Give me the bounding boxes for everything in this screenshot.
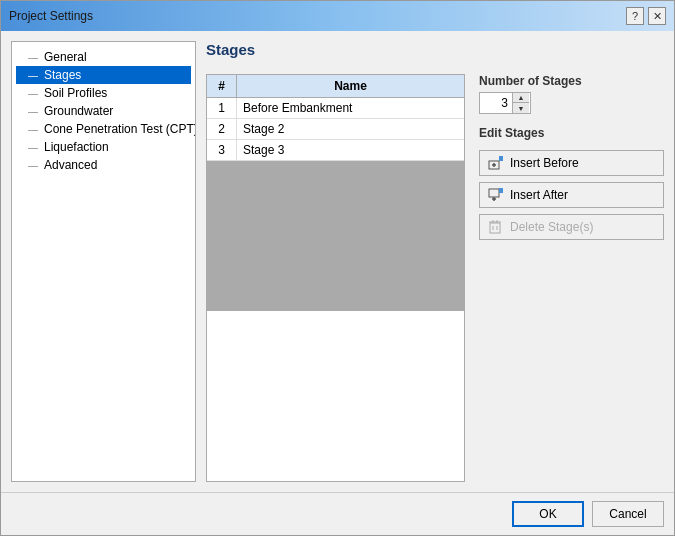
spin-down-button[interactable]: ▼: [513, 103, 529, 113]
col-header-number: #: [207, 75, 237, 97]
insert-before-label: Insert Before: [510, 156, 579, 170]
svg-rect-8: [490, 223, 500, 233]
panel-title: Stages: [206, 41, 664, 60]
cell-name-2: Stage 2: [237, 119, 464, 139]
sidebar-tree: General Stages Soil Profiles Groundwater…: [11, 41, 196, 482]
edit-stages-label: Edit Stages: [479, 126, 664, 140]
insert-before-button[interactable]: Insert Before: [479, 150, 664, 176]
insert-before-icon: [488, 155, 504, 171]
sidebar-item-advanced[interactable]: Advanced: [16, 156, 191, 174]
insert-after-label: Insert After: [510, 188, 568, 202]
title-bar-buttons: ? ✕: [626, 7, 666, 25]
project-settings-dialog: Project Settings ? ✕ General Stages Soil…: [0, 0, 675, 536]
help-button[interactable]: ?: [626, 7, 644, 25]
cancel-button[interactable]: Cancel: [592, 501, 664, 527]
col-header-name: Name: [237, 75, 464, 97]
spin-up-button[interactable]: ▲: [513, 93, 529, 103]
svg-rect-7: [499, 188, 503, 193]
cell-name-3: Stage 3: [237, 140, 464, 160]
right-panel: Number of Stages ▲ ▼ Edit Stages: [479, 74, 664, 482]
cell-name-1: Before Embankment: [237, 98, 464, 118]
content-area: # Name 1 Before Embankment 2 Stage 2: [206, 74, 664, 482]
spinbox-buttons: ▲ ▼: [512, 93, 529, 113]
delete-stage-label: Delete Stage(s): [510, 220, 593, 234]
number-of-stages-label: Number of Stages: [479, 74, 664, 88]
number-of-stages-input[interactable]: [480, 94, 512, 112]
table-row[interactable]: 3 Stage 3: [207, 140, 464, 161]
cell-num-1: 1: [207, 98, 237, 118]
dialog-title: Project Settings: [9, 9, 93, 23]
dialog-footer: OK Cancel: [1, 492, 674, 535]
svg-rect-4: [489, 189, 499, 197]
cell-num-2: 2: [207, 119, 237, 139]
number-of-stages-section: Number of Stages ▲ ▼: [479, 74, 664, 114]
table-row[interactable]: 1 Before Embankment: [207, 98, 464, 119]
title-bar: Project Settings ? ✕: [1, 1, 674, 31]
stages-table: # Name 1 Before Embankment 2 Stage 2: [206, 74, 465, 482]
table-empty-area: [207, 161, 464, 311]
edit-stages-section: Edit Stages Insert Before: [479, 126, 664, 240]
svg-rect-3: [499, 156, 503, 161]
delete-stage-icon: [488, 219, 504, 235]
ok-button[interactable]: OK: [512, 501, 584, 527]
cell-num-3: 3: [207, 140, 237, 160]
close-button[interactable]: ✕: [648, 7, 666, 25]
number-of-stages-spinbox: ▲ ▼: [479, 92, 531, 114]
sidebar-item-groundwater[interactable]: Groundwater: [16, 102, 191, 120]
table-header: # Name: [207, 75, 464, 98]
sidebar-item-liquefaction[interactable]: Liquefaction: [16, 138, 191, 156]
sidebar-item-soil-profiles[interactable]: Soil Profiles: [16, 84, 191, 102]
sidebar-item-stages[interactable]: Stages: [16, 66, 191, 84]
stages-table-section: # Name 1 Before Embankment 2 Stage 2: [206, 74, 465, 482]
sidebar-item-general[interactable]: General: [16, 48, 191, 66]
insert-after-icon: [488, 187, 504, 203]
table-row[interactable]: 2 Stage 2: [207, 119, 464, 140]
sidebar-item-cpt[interactable]: Cone Penetration Test (CPT): [16, 120, 191, 138]
main-panel: Stages # Name 1 Before Embankment: [206, 41, 664, 482]
insert-after-button[interactable]: Insert After: [479, 182, 664, 208]
dialog-body: General Stages Soil Profiles Groundwater…: [1, 31, 674, 492]
delete-stage-button[interactable]: Delete Stage(s): [479, 214, 664, 240]
